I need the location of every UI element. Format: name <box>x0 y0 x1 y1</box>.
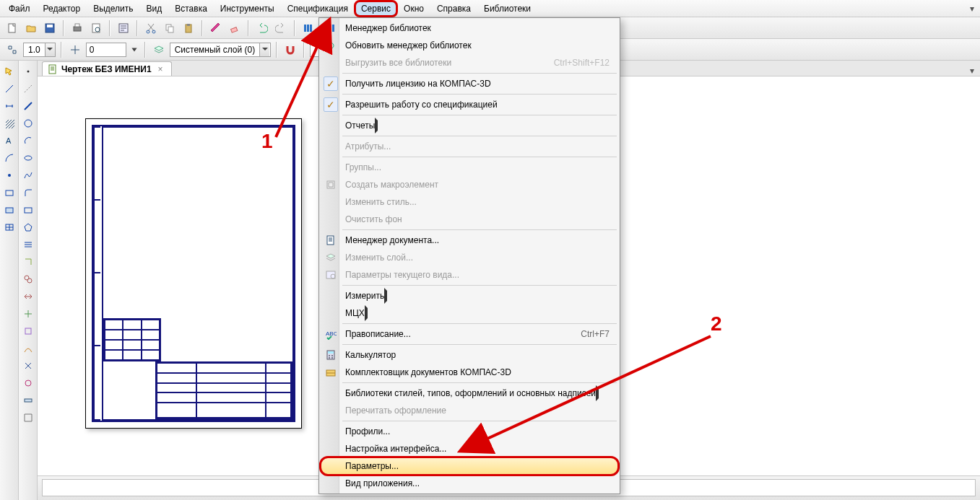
misc5-icon[interactable] <box>20 323 36 339</box>
menu-item-8[interactable]: Отчеты <box>321 117 618 134</box>
menu-item-label: Менеджер библиотек <box>345 23 431 33</box>
menu-item-21[interactable]: Измерить <box>321 287 618 304</box>
menu-editor[interactable]: Редактор <box>38 1 87 16</box>
misc2-icon[interactable] <box>20 271 36 287</box>
menu-item-33[interactable]: Настройка интерфейса... <box>321 440 618 457</box>
menu-item-label: Профили... <box>345 426 390 437</box>
menubar-overflow-icon[interactable]: ▾ <box>967 4 977 14</box>
menu-item-label: Вид приложения... <box>345 478 420 488</box>
menu-select[interactable]: Выделить <box>87 1 139 16</box>
spline-icon[interactable] <box>20 167 36 183</box>
misc9-icon[interactable] <box>20 392 36 408</box>
cut-button[interactable] <box>143 20 159 36</box>
menu-view[interactable]: Вид <box>141 1 168 16</box>
open-button[interactable] <box>23 20 39 36</box>
menu-item-0[interactable]: Менеджер библиотек <box>321 19 618 37</box>
ellipse-icon[interactable] <box>20 150 36 166</box>
cursor-tool-icon[interactable] <box>1 63 17 79</box>
rect3-icon[interactable] <box>20 202 36 218</box>
menu-item-4[interactable]: Получить лицензию на КОМПАС-3D <box>321 75 618 92</box>
menu-file[interactable]: Файл <box>3 1 36 16</box>
svg-rect-39 <box>332 25 334 32</box>
svg-rect-0 <box>9 24 15 32</box>
menu-item-26[interactable]: Калькулятор <box>321 346 618 364</box>
menu-item-label: МЦХ <box>345 308 365 318</box>
point2-icon[interactable] <box>20 63 36 79</box>
scale-combo[interactable]: 1.0 <box>23 43 56 57</box>
menu-item-22[interactable]: МЦХ <box>321 304 618 322</box>
dim-tool-icon[interactable] <box>1 98 17 114</box>
rect-tool-icon[interactable] <box>1 185 17 201</box>
blank-icon <box>324 424 338 439</box>
menu-libraries[interactable]: Библиотеки <box>478 1 537 16</box>
step-dd[interactable] <box>129 42 139 58</box>
svg-rect-24 <box>6 190 13 196</box>
menu-tools[interactable]: Инструменты <box>214 1 280 16</box>
misc8-icon[interactable] <box>20 375 36 391</box>
menu-item-6[interactable]: Разрешить работу со спецификацией <box>321 96 618 113</box>
misc7-icon[interactable] <box>20 358 36 374</box>
paste-button[interactable] <box>181 20 196 36</box>
menu-window[interactable]: Окно <box>398 1 430 16</box>
copy-button[interactable] <box>162 20 178 36</box>
line-tool-icon[interactable] <box>1 81 17 97</box>
eraser-button[interactable] <box>227 20 243 36</box>
misc1-icon[interactable] <box>20 254 36 270</box>
layer-combo[interactable]: Системный слой (0) <box>170 43 271 57</box>
document-tab[interactable]: Чертеж БЕЗ ИМЕНИ1 × <box>42 61 172 76</box>
brush-button[interactable] <box>208 20 224 36</box>
step-input[interactable] <box>86 43 126 57</box>
menu-insert[interactable]: Вставка <box>169 1 213 16</box>
redo-button[interactable] <box>273 20 289 36</box>
point-tool-icon[interactable] <box>1 167 17 183</box>
magnet-button[interactable] <box>282 42 298 58</box>
menu-item-34[interactable]: Параметры... <box>321 457 618 475</box>
print-preview-button[interactable] <box>88 20 104 36</box>
svg-point-32 <box>27 278 32 283</box>
print-button[interactable] <box>69 20 85 36</box>
circle-icon[interactable] <box>20 115 36 131</box>
lib-manager-button[interactable] <box>300 20 316 36</box>
save-button[interactable] <box>42 20 58 36</box>
aux-line-icon[interactable] <box>20 81 36 97</box>
new-doc-button[interactable] <box>4 20 20 36</box>
spell-icon: ABC <box>324 327 338 341</box>
menu-item-17[interactable]: Менеджер документа... <box>321 232 618 249</box>
misc6-icon[interactable] <box>20 341 36 356</box>
menu-item-32[interactable]: Профили... <box>321 423 618 440</box>
hatch-tool-icon[interactable] <box>1 115 17 131</box>
layer-icon[interactable] <box>151 42 167 58</box>
menu-spec[interactable]: Спецификация <box>282 1 354 16</box>
tool-rail-2 <box>19 61 38 500</box>
segment-icon[interactable] <box>20 98 36 114</box>
misc4-icon[interactable] <box>20 306 36 322</box>
multiline-icon[interactable] <box>20 237 36 253</box>
text-tool-icon[interactable]: A <box>1 133 17 149</box>
misc3-icon[interactable] <box>20 289 36 304</box>
rect2-tool-icon[interactable] <box>1 202 17 218</box>
undo-button[interactable] <box>254 20 270 36</box>
menu-item-27[interactable]: Комплектовщик документов КОМПАС-3D <box>321 364 618 381</box>
arc2-icon[interactable] <box>20 133 36 149</box>
snap-button[interactable] <box>4 42 20 58</box>
tabs-overflow-icon[interactable]: ▾ <box>970 66 980 76</box>
menu-item-29[interactable]: Библиотеки стилей, типов, оформлений и о… <box>321 385 618 402</box>
poly-icon[interactable] <box>20 219 36 235</box>
close-tab-icon[interactable]: × <box>156 64 165 74</box>
menu-item-24[interactable]: ABCПравописание...Ctrl+F7 <box>321 325 618 343</box>
fillet-icon[interactable] <box>20 185 36 201</box>
table-tool-icon[interactable] <box>1 219 17 235</box>
properties-button[interactable] <box>116 20 131 36</box>
misc10-icon[interactable] <box>20 410 36 426</box>
left-tool-rails: A <box>0 61 38 500</box>
arc-tool-icon[interactable] <box>1 150 17 166</box>
svg-rect-14 <box>231 27 238 32</box>
menu-item-1[interactable]: Обновить менеджер библиотек <box>321 37 618 54</box>
step-button[interactable] <box>67 42 83 58</box>
menu-item-35[interactable]: Вид приложения... <box>321 475 618 492</box>
menu-help[interactable]: Справка <box>431 1 477 16</box>
menu-service[interactable]: Сервис <box>355 1 396 16</box>
menu-divider <box>342 421 617 421</box>
books-icon <box>324 21 338 35</box>
svg-point-34 <box>25 380 31 386</box>
